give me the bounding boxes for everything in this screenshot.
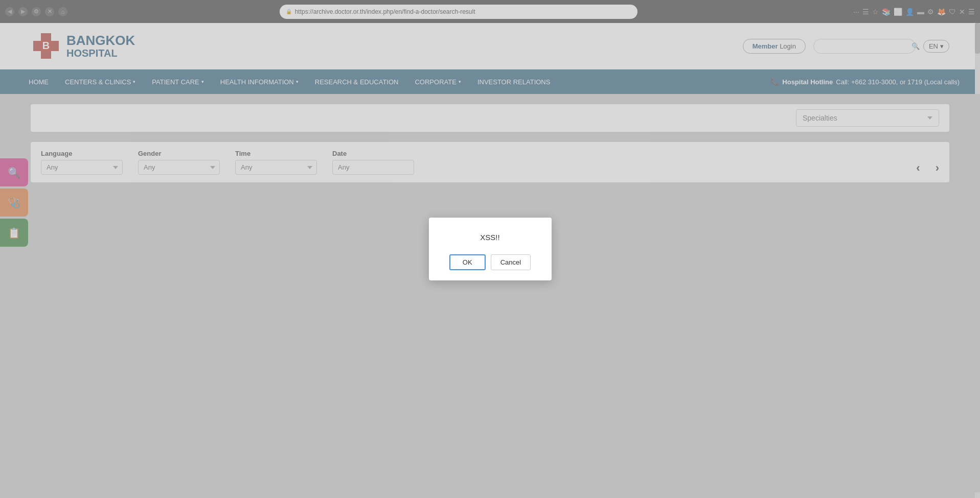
modal-overlay: XSS!! OK Cancel: [0, 0, 980, 498]
modal-message: XSS!!: [439, 233, 541, 242]
modal-cancel-button[interactable]: Cancel: [491, 254, 531, 270]
modal-ok-button[interactable]: OK: [449, 254, 486, 270]
modal-buttons: OK Cancel: [439, 254, 541, 270]
modal-dialog: XSS!! OK Cancel: [429, 218, 552, 280]
